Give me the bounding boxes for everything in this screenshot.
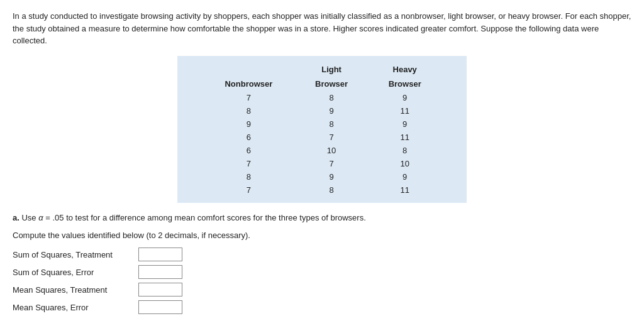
fields-container: Sum of Squares, TreatmentSum of Squares,… xyxy=(13,248,631,314)
alpha-value: .05 xyxy=(52,213,64,222)
col2-bot-header: Browser xyxy=(295,77,369,91)
table-cell-r0-c0: 7 xyxy=(203,91,295,104)
table-cell-r6-c2: 9 xyxy=(368,170,441,183)
data-table-wrapper: Nonbrowser Light Heavy Browser Browser 7… xyxy=(13,56,631,203)
table-cell-r7-c1: 8 xyxy=(295,183,369,197)
table-cell-r2-c2: 9 xyxy=(368,117,441,131)
ms-error-label: Mean Squares, Error xyxy=(13,303,138,312)
col1-header: Nonbrowser xyxy=(203,62,295,91)
table-cell-r1-c2: 11 xyxy=(368,104,441,117)
data-table: Nonbrowser Light Heavy Browser Browser 7… xyxy=(177,56,467,203)
table-cell-r5-c2: 10 xyxy=(368,157,441,170)
table-cell-r6-c0: 8 xyxy=(203,170,295,183)
table-cell-r3-c1: 7 xyxy=(295,131,369,144)
table-cell-r0-c1: 8 xyxy=(295,91,369,104)
ms-treatment-input[interactable] xyxy=(138,283,182,297)
compute-instruction: Compute the values identified below (to … xyxy=(13,229,631,242)
table-cell-r3-c2: 11 xyxy=(368,131,441,144)
col2-top-header: Light xyxy=(295,62,369,77)
table-cell-r4-c2: 8 xyxy=(368,144,441,157)
table-cell-r3-c0: 6 xyxy=(203,131,295,144)
ss-treatment-row: Sum of Squares, Treatment xyxy=(13,248,631,261)
table-cell-r7-c2: 11 xyxy=(368,183,441,197)
ss-error-label: Sum of Squares, Error xyxy=(13,268,138,277)
table-cell-r2-c0: 9 xyxy=(203,117,295,131)
table-cell-r1-c1: 9 xyxy=(295,104,369,117)
ms-error-input[interactable] xyxy=(138,300,182,314)
table-cell-r0-c2: 9 xyxy=(368,91,441,104)
ms-treatment-row: Mean Squares, Treatment xyxy=(13,283,631,297)
part-a-section: a. Use α = .05 to test for a difference … xyxy=(13,212,631,225)
table-cell-r6-c1: 9 xyxy=(295,170,369,183)
ss-error-input[interactable] xyxy=(138,265,182,279)
table-cell-r1-c0: 8 xyxy=(203,104,295,117)
col3-bot-header: Browser xyxy=(368,77,441,91)
intro-paragraph: In a study conducted to investigate brow… xyxy=(13,10,631,47)
table-cell-r5-c0: 7 xyxy=(203,157,295,170)
ss-error-row: Sum of Squares, Error xyxy=(13,265,631,279)
table-cell-r4-c0: 6 xyxy=(203,144,295,157)
part-a-label: a. xyxy=(13,213,19,222)
table-cell-r5-c1: 7 xyxy=(295,157,369,170)
table-cell-r2-c1: 8 xyxy=(295,117,369,131)
ms-error-row: Mean Squares, Error xyxy=(13,300,631,314)
test-stat-instruction: Calculate the value of the test statisti… xyxy=(13,318,631,321)
ss-treatment-label: Sum of Squares, Treatment xyxy=(13,250,138,259)
table-cell-r4-c1: 10 xyxy=(295,144,369,157)
ss-treatment-input[interactable] xyxy=(138,248,182,261)
part-a-intro: Use α = .05 to test for a difference amo… xyxy=(21,213,365,222)
ms-treatment-label: Mean Squares, Treatment xyxy=(13,285,138,295)
table-cell-r7-c0: 7 xyxy=(203,183,295,197)
col3-top-header: Heavy xyxy=(368,62,441,77)
